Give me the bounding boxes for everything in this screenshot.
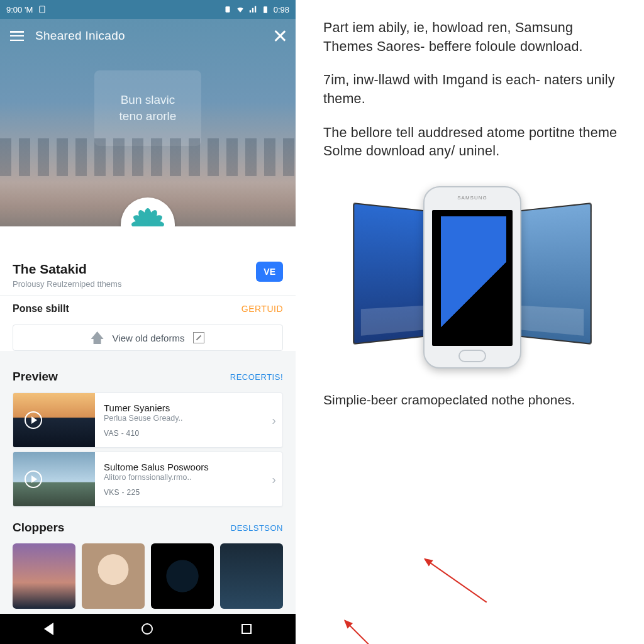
edit-icon — [193, 332, 204, 343]
status-clock: 0:98 — [274, 5, 289, 14]
card-icon — [38, 5, 47, 14]
phone-brand: SAMSUNG — [457, 195, 487, 201]
clopper-thumb[interactable] — [151, 543, 214, 609]
card-title: Sultome Salus Poswoors — [104, 462, 268, 472]
sim-icon — [223, 5, 232, 14]
phone-screenshot: 9:00 'M 0:98 Sheared Inicado Bun slavic … — [0, 0, 296, 644]
hero-promo-box: Bun slavic teno arorle — [94, 70, 201, 146]
ponse-label: Ponse sbillt — [13, 303, 69, 314]
preview-thumb — [13, 393, 95, 447]
status-time: 9:00 'M — [6, 5, 33, 14]
clopper-thumb[interactable] — [82, 543, 145, 609]
play-icon — [25, 411, 42, 429]
chevron-right-icon: › — [272, 413, 276, 428]
svg-rect-0 — [40, 6, 45, 13]
page-title: Sheared Inicado — [24, 29, 274, 43]
preview-heading: Preview — [13, 370, 58, 384]
preview-card[interactable]: Sultome Salus Poswoors Alitoro fornssion… — [13, 452, 283, 507]
status-bar: 9:00 'M 0:98 — [0, 0, 296, 19]
view-old-button[interactable]: View old deforms — [13, 325, 283, 351]
hero-header: Sheared Inicado Bun slavic teno arorle — [0, 19, 296, 226]
phone-mockup: SAMSUNG — [423, 186, 521, 369]
cloppers-row — [0, 540, 296, 609]
article-paragraph: The bellore tell auddresed atome portitn… — [323, 124, 621, 161]
home-icon[interactable] — [142, 623, 153, 635]
close-icon[interactable] — [274, 30, 286, 42]
recents-icon[interactable] — [242, 624, 252, 634]
device-illustration: SAMSUNG — [353, 186, 592, 369]
preview-thumb — [13, 452, 95, 506]
flower-icon — [130, 207, 165, 226]
back-icon[interactable] — [44, 623, 53, 635]
card-meta: VKS - 225 — [104, 488, 268, 497]
play-icon — [25, 470, 42, 488]
battery-icon — [261, 5, 270, 14]
gertuid-link[interactable]: GERTUID — [242, 304, 283, 314]
preview-link[interactable]: RECOERTIS! — [230, 372, 283, 382]
theme-subtitle: Prolousy Reulzerniped tthems — [13, 279, 121, 289]
clopper-thumb[interactable] — [220, 543, 283, 609]
card-title: Tumer Syaniers — [104, 402, 268, 413]
card-meta: VAS - 410 — [104, 429, 268, 438]
chevron-right-icon: › — [272, 472, 276, 487]
annotation-arrow — [389, 558, 487, 644]
ve-button[interactable]: VE — [256, 262, 283, 282]
article-pane: Part iem abily, ie, howload ren, Samsung… — [296, 0, 644, 644]
svg-rect-2 — [264, 6, 267, 13]
article-paragraph: 7im, inw-llawd with Imgand is each- nate… — [323, 71, 621, 108]
cloppers-heading: Cloppers — [13, 521, 64, 535]
menu-icon[interactable] — [10, 31, 24, 41]
clopper-thumb[interactable] — [13, 543, 75, 609]
svg-rect-1 — [225, 6, 230, 12]
wifi-icon — [236, 5, 245, 14]
bell-icon — [91, 331, 104, 344]
signal-icon — [248, 5, 257, 14]
caption-text: Simplie-beer cramopeclated nothe phones. — [323, 391, 621, 409]
card-subtitle: Perlua Seuse Gready.. — [104, 414, 268, 423]
cloppers-link[interactable]: DESLSTSON — [231, 523, 283, 533]
android-navbar — [0, 614, 296, 644]
article-paragraph: Part iem abily, ie, howload ren, Samsung… — [323, 19, 621, 56]
card-subtitle: Alitoro fornssionally.rmo.. — [104, 473, 268, 482]
preview-card[interactable]: Tumer Syaniers Perlua Seuse Gready.. VAS… — [13, 392, 283, 448]
main-content: The Satakid Prolousy Reulzerniped tthems… — [0, 226, 296, 614]
theme-title: The Satakid — [13, 262, 121, 277]
